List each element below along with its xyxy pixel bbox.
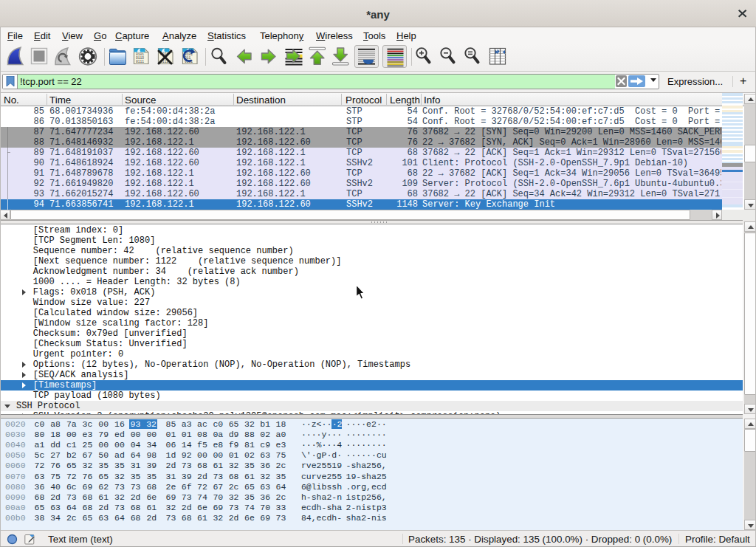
svg-text:0111: 0111 bbox=[136, 60, 144, 63]
